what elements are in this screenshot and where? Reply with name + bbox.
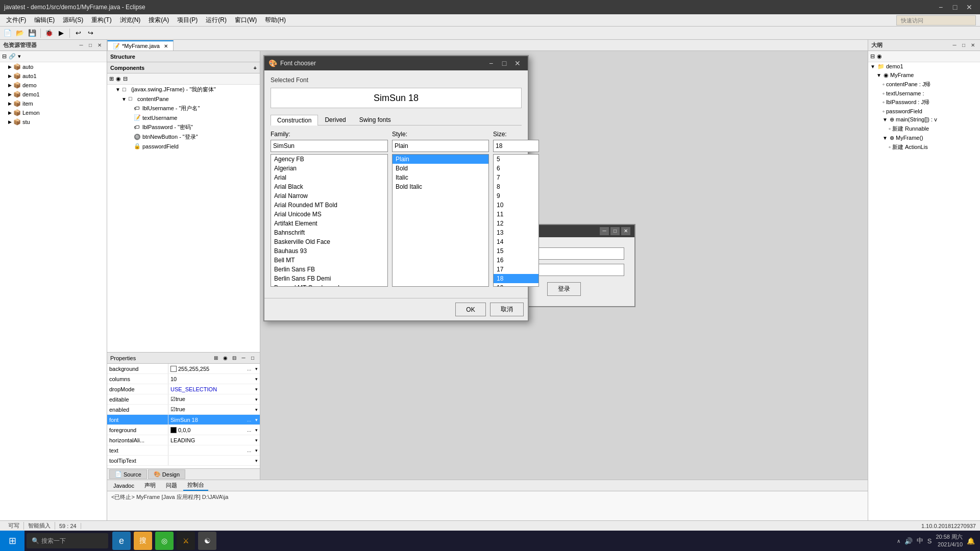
style-item-bold-italic[interactable]: Bold Italic [393,182,488,191]
prop-row-tooltip[interactable]: toolTipText ▾ [107,456,260,466]
font-item-bell[interactable]: Bell MT [271,256,387,265]
font-tab-swing[interactable]: Swing fonts [353,114,398,125]
prop-fg-action[interactable]: … [246,427,253,434]
toolbar-open-button[interactable]: 📂 [14,28,26,39]
family-input[interactable] [271,140,388,152]
props-tool-1[interactable]: ⊞ [212,354,220,362]
prop-fg-expand[interactable]: ▾ [253,427,260,434]
outline-item-constructor[interactable]: ▼ ⊕ MyFrame() [868,134,980,142]
menu-source[interactable]: 源码(S) [59,15,87,26]
prop-drop-expand[interactable]: ▾ [253,386,260,393]
prop-ha-expand[interactable]: ▾ [253,437,260,444]
prop-row-foreground[interactable]: foreground 0,0,0 … ▾ [107,425,260,435]
outline-tool-2[interactable]: ◉ [877,53,882,60]
console-tab-console[interactable]: 控制台 [183,480,208,491]
dialog-cancel-button[interactable]: 取消 [490,303,524,316]
outline-item-lblpassword-outline[interactable]: ◦ lblPassword : J帰 [868,97,980,107]
font-item-bahnschrift[interactable]: Bahnschrift [271,228,387,237]
prop-font-action[interactable]: … [246,416,253,423]
prop-enabled-expand[interactable]: ▾ [253,406,260,413]
taskbar-search[interactable]: 🔍 搜索一下 [27,533,108,548]
outline-item-runnable[interactable]: ◦ 新建 Runnable [868,124,980,134]
outline-minimize[interactable]: ─ [950,41,959,49]
size-item-18[interactable]: 18 [494,274,538,283]
toolbar-new-button[interactable]: 📄 [2,28,13,39]
start-button[interactable]: ⊞ [0,531,24,551]
preview-password-input[interactable] [537,264,624,276]
toolbar-run-button[interactable]: ▶ [56,28,67,39]
size-item-16[interactable]: 16 [494,256,538,265]
size-item-17[interactable]: 17 [494,265,538,274]
prop-row-columns[interactable]: columns 10 ▾ [107,374,260,384]
props-tool-2[interactable]: ◉ [221,354,229,362]
dialog-maximize-btn[interactable]: □ [498,58,510,69]
preview-minimize-btn[interactable]: ─ [600,227,609,235]
tab-source[interactable]: 📄 Source [109,469,147,479]
outline-item-main[interactable]: ▼ ⊕ main(String[]) : v [868,115,980,124]
font-item-baskerville[interactable]: Baskerville Old Face [271,237,387,246]
size-item-7[interactable]: 7 [494,173,538,182]
menu-file[interactable]: 文件(F) [2,15,30,26]
font-item-berlin-sans[interactable]: Berlin Sans FB [271,265,387,274]
size-list[interactable]: 5 6 7 8 9 10 11 12 13 14 15 16 17 18 [493,154,539,287]
props-tool-3[interactable]: ⊟ [230,354,238,362]
style-list[interactable]: Plain Bold Italic Bold Italic [392,154,489,287]
dialog-close-btn[interactable]: ✕ [511,58,524,69]
menu-navigate[interactable]: 浏览(N) [116,15,145,26]
size-item-14[interactable]: 14 [494,237,538,246]
comp-item-jframe[interactable]: ▼ □ (javax.swing.JFrame) - "我的窗体" [107,85,260,94]
tree-item-lemon[interactable]: ▶ 📦 Lemon [0,108,107,117]
tree-menu-btn[interactable]: ▾ [18,53,21,60]
taskbar-ie-icon[interactable]: e [112,532,131,550]
font-tab-construction[interactable]: Construction [271,115,318,126]
prop-row-font[interactable]: font SimSun 18 … ▾ [107,415,260,425]
style-input[interactable] [392,140,489,152]
console-tab-problems[interactable]: 问题 [162,481,181,490]
family-list[interactable]: Agency FB Algerian Arial Arial Black Ari… [271,154,388,287]
struct-tool-2[interactable]: ◉ [116,76,121,82]
outline-item-passwordfield-outline[interactable]: ◦ passwordField [868,107,980,115]
size-item-13[interactable]: 13 [494,228,538,237]
menu-refactor[interactable]: 重构(T) [87,15,115,26]
panel-minimize-btn[interactable]: ─ [77,41,85,49]
preview-maximize-btn[interactable]: □ [610,227,620,235]
prop-col-expand[interactable]: ▾ [253,375,260,383]
maximize-button[interactable]: □ [948,2,962,13]
font-item-berlin-sans-demi[interactable]: Berlin Sans FB Demi [271,274,387,283]
console-tab-declaration[interactable]: 声明 [140,481,160,490]
outline-maximize[interactable]: □ [960,41,968,49]
comp-item-btnnew[interactable]: 🔘 btnNewButton - "登录" [107,132,260,142]
font-item-artifakt[interactable]: Artifakt Element [271,219,387,228]
taskbar-game-icon[interactable]: ⚔ [177,532,195,550]
minimize-button[interactable]: − [934,2,947,13]
taskbar-search-icon[interactable]: 搜 [134,532,152,550]
tree-item-auto[interactable]: ▶ 📦 auto [0,62,107,71]
quick-access-input[interactable] [896,15,976,26]
outline-item-textusername-outline[interactable]: ◦ textUsername : [868,89,980,97]
menu-run[interactable]: 运行(R) [202,15,231,26]
prop-row-editable[interactable]: editable ☑true ▾ [107,394,260,405]
prop-row-background[interactable]: background 255,255,255 … ▾ [107,364,260,374]
tab-design[interactable]: 🎨 Design [148,469,185,479]
font-item-bernard[interactable]: Bernard MT Condensed [271,283,387,287]
editor-tab-myframe[interactable]: 📝 *MyFrame.java ✕ [107,40,174,51]
prop-bg-action[interactable]: … [246,365,253,372]
prop-tt-expand[interactable]: ▾ [253,457,260,464]
struct-tool-1[interactable]: ⊞ [109,76,114,82]
toolbar-undo-button[interactable]: ↩ [72,28,84,39]
font-tab-derived[interactable]: Derived [318,114,352,125]
prop-font-expand[interactable]: ▾ [253,416,260,423]
toolbar-save-button[interactable]: 💾 [27,28,38,39]
prop-row-dropmode[interactable]: dropMode USE_SELECTION ▾ [107,384,260,394]
size-item-19[interactable]: 19 [494,283,538,287]
size-item-5[interactable]: 5 [494,155,538,164]
font-item-arial[interactable]: Arial [271,173,387,182]
taskbar-other-icon[interactable]: ☯ [198,532,216,550]
components-add-btn[interactable]: + [254,65,257,71]
preview-close-btn[interactable]: ✕ [621,227,630,235]
preview-username-input[interactable] [537,247,624,260]
menu-edit[interactable]: 编辑(E) [30,15,59,26]
style-item-bold[interactable]: Bold [393,164,488,173]
outline-item-demo1[interactable]: ▼ 📁 demo1 [868,62,980,71]
props-minimize[interactable]: ─ [239,354,248,362]
